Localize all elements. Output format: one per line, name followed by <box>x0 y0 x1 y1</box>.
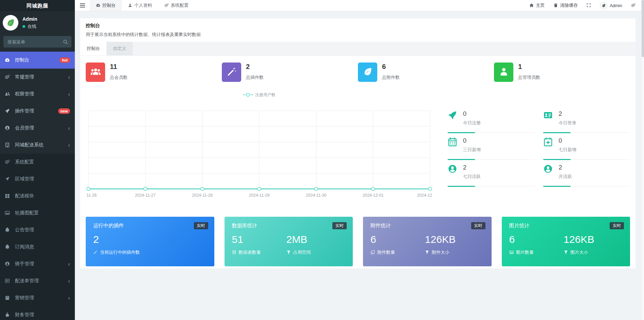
scrollbar[interactable] <box>641 0 644 320</box>
registered-users-chart[interactable]: 注册用户数 11-262024-11-272024-11-282024-11-2… <box>86 92 433 203</box>
card-footer: 数据表数量 <box>232 249 286 255</box>
sidebar-item-label: 区域管理 <box>15 176 70 182</box>
search-icon[interactable] <box>63 39 68 45</box>
sidebar-item-label: 系统配置 <box>15 159 70 165</box>
card-metric: 2当前运行中的插件数 <box>93 234 148 255</box>
main-column: 控制台 个人资料 系统配置 主页 清除缓存 <box>75 0 644 320</box>
sidebar-item-7[interactable]: 区域管理 <box>0 171 75 188</box>
summary-card-0[interactable]: 运行中的插件实时2当前运行中的插件数 <box>86 217 214 266</box>
user-circle-icon <box>448 164 459 186</box>
menu-badge: new <box>58 108 70 114</box>
sidebar-item-5[interactable]: 同城配送系统‹ <box>0 137 75 154</box>
sidebar-item-2[interactable]: 权限管理‹ <box>0 86 75 103</box>
stat-text: 6总附件数 <box>382 63 400 81</box>
mini-text: 2今日登录 <box>559 110 576 132</box>
gear-icon <box>631 3 635 8</box>
sidebar-item-9[interactable]: 轮播图配置 <box>0 205 75 221</box>
sidebar-menu: 控制台hot常规管理‹权限管理‹插件管理new会员管理‹同城配送系统‹系统配置区… <box>0 52 75 320</box>
card-footer-label: 数据表数量 <box>239 249 261 255</box>
sidebar-item-label: 会员管理 <box>15 125 68 131</box>
sidebar-item-11[interactable]: 订阅消息 <box>0 238 75 255</box>
menu-search-input[interactable] <box>3 36 71 48</box>
user-info: Admin 在线 <box>22 16 37 30</box>
stat-label: 总管理员数 <box>518 74 540 81</box>
mini-stat-0-0: 0今日注册 <box>448 106 534 133</box>
sidebar-item-label: 配送单管理 <box>15 278 68 284</box>
clear-cache-label: 清除缓存 <box>560 2 578 8</box>
mini-text: 2月活跃 <box>559 164 572 186</box>
sidebar-item-label: 骑手管理 <box>15 261 68 267</box>
sidebar-item-1[interactable]: 常规管理‹ <box>0 69 75 86</box>
card-footer: 图片大小 <box>564 249 618 255</box>
users-icon <box>5 91 13 97</box>
mini-stat-0-1: 0三日新增 <box>448 133 534 160</box>
user-status-label: 在线 <box>28 23 36 30</box>
user-menu[interactable]: Admin <box>595 0 627 11</box>
mini-label: 月活跃 <box>559 174 572 180</box>
settings-button[interactable] <box>627 0 640 11</box>
sidebar-item-4[interactable]: 会员管理‹ <box>0 120 75 137</box>
clear-cache-button[interactable]: 清除缓存 <box>549 0 582 11</box>
menu-badge: hot <box>60 57 70 63</box>
topnav-username: Admin <box>610 3 622 8</box>
sidebar-item-12[interactable]: 骑手管理‹ <box>0 255 75 272</box>
mini-value: 2 <box>559 110 576 118</box>
page-title: 控制台 <box>86 23 630 29</box>
svg-text:2024-11-29: 2024-11-29 <box>249 193 270 198</box>
card-footer-label: 附件数量 <box>377 249 395 255</box>
summary-card-2[interactable]: 附件统计实时6附件数量126KB附件大小 <box>363 217 492 266</box>
mini-value: 0 <box>463 110 481 118</box>
gift-icon <box>5 295 13 301</box>
card-footer: 当前运行中的插件数 <box>93 249 148 255</box>
card-footer-label: 占用空间 <box>293 249 311 255</box>
topnav-profile-label: 个人资料 <box>134 2 152 8</box>
sidebar-item-3[interactable]: 插件管理new <box>0 103 75 120</box>
user-icon <box>128 3 132 8</box>
trash-icon <box>554 3 558 8</box>
calendar-plus-icon <box>543 137 554 159</box>
mini-value: 0 <box>463 137 481 144</box>
card-footer: 图片数量 <box>509 249 564 255</box>
stat-text: 1总管理员数 <box>518 63 540 81</box>
chevron-left-icon: ‹ <box>68 278 70 284</box>
magic-icon <box>93 250 98 255</box>
mini-label: 七日活跃 <box>463 174 481 180</box>
card-footer: 占用空间 <box>286 249 341 255</box>
summary-card-3[interactable]: 图片统计实时6图片数量126KB图片大小 <box>502 217 630 266</box>
sidebar-item-10[interactable]: 公告管理 <box>0 221 75 238</box>
mini-stat-0-2: 2七日活跃 <box>448 160 534 186</box>
card-metric: 6图片数量 <box>509 234 564 255</box>
topnav-profile[interactable]: 个人资料 <box>122 0 158 11</box>
sidebar-item-13[interactable]: 配送单管理‹ <box>0 272 75 289</box>
topnav-sysconfig[interactable]: 系统配置 <box>158 0 195 11</box>
mini-col-0: 0今日注册0三日新增2七日活跃 <box>448 106 534 203</box>
page-subtitle: 用于展示当前系统中的统计数据、统计报表及重要实时数据 <box>86 32 630 38</box>
page-content: 控制台 用于展示当前系统中的统计数据、统计报表及重要实时数据 控制台自定义 11… <box>75 11 644 320</box>
panel-tab-0[interactable]: 控制台 <box>80 42 106 55</box>
gears-icon <box>5 74 13 80</box>
svg-text:2024-11-30: 2024-11-30 <box>306 193 327 198</box>
panel-tab-1[interactable]: 自定义 <box>106 42 133 55</box>
mini-col-1: 2今日登录0七日新增2月活跃 <box>543 106 630 203</box>
mini-value: 2 <box>559 164 572 171</box>
app-logo[interactable]: 同城跑腿 <box>0 0 75 11</box>
card-footer-label: 图片数量 <box>516 249 534 255</box>
topnav-right-group: 主页 清除缓存 Admin <box>525 0 644 11</box>
home-button[interactable]: 主页 <box>525 0 549 11</box>
mini-stats: 0今日注册0三日新增2七日活跃2今日登录0七日新增2月活跃 <box>448 106 630 203</box>
sidebar-toggle-button[interactable] <box>75 0 90 11</box>
sidebar-item-0[interactable]: 控制台hot <box>0 52 75 69</box>
sidebar-item-15[interactable]: 财务管理 <box>0 306 75 320</box>
fullscreen-button[interactable] <box>582 0 595 11</box>
scrollbar-thumb[interactable] <box>642 0 644 57</box>
svg-text:2024-12: 2024-12 <box>417 193 432 198</box>
chart-legend[interactable]: 注册用户数 <box>86 92 433 98</box>
sidebar-item-8[interactable]: 配送模块 <box>0 188 75 205</box>
topnav-tab-dashboard[interactable]: 控制台 <box>90 0 122 11</box>
realtime-badge: 实时 <box>471 222 485 229</box>
sidebar-item-6[interactable]: 系统配置 <box>0 154 75 171</box>
summary-card-1[interactable]: 数据库统计实时51数据表数量2MB占用空间 <box>225 217 353 266</box>
svg-text:2024-11-27: 2024-11-27 <box>135 193 156 198</box>
sidebar-item-14[interactable]: 营销管理‹ <box>0 289 75 306</box>
topnav-tab-label: 控制台 <box>102 2 116 8</box>
